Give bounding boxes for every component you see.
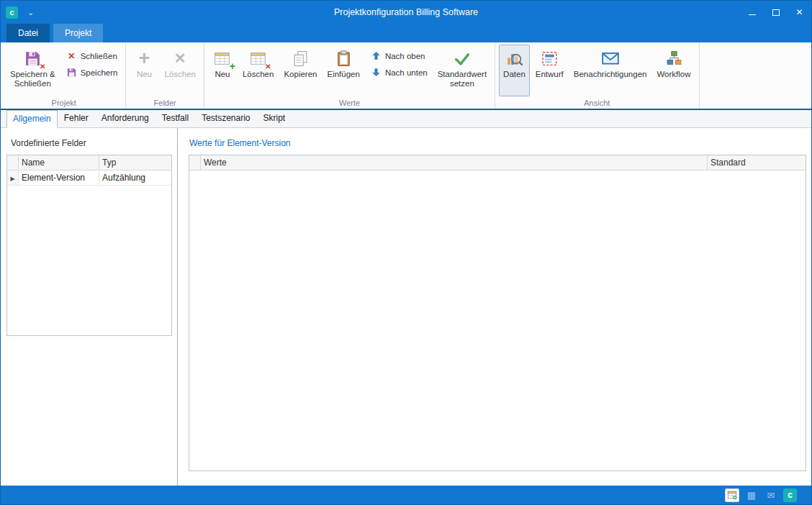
ribbon: ✕ Speichern & Schließen ✕ Schließen Spei… (1, 42, 811, 110)
app-logo-icon[interactable]: c (6, 6, 18, 19)
statusbar: ▦ ✉ c (1, 486, 811, 504)
x-disabled-icon: ✕ (170, 48, 190, 68)
notifications-label: Benachrichtigungen (574, 70, 647, 79)
new-value-label: Neu (215, 70, 230, 79)
save-and-close-label: Speichern & Schließen (10, 70, 55, 88)
group-label-ansicht: Ansicht (495, 99, 698, 107)
values-grid: Werte Standard (189, 155, 806, 471)
ribbon-group-werte: + Neu ✕ Löschen Kopieren (204, 42, 495, 109)
move-down-button[interactable]: Nach unten (365, 64, 433, 81)
tab-allgemein[interactable]: Allgemein (6, 110, 58, 128)
delete-value-button[interactable]: ✕ Löschen (238, 45, 278, 96)
data-view-icon (504, 48, 524, 68)
label-line-2: setzen (438, 79, 487, 88)
app-window: c ⌄ Projektkonfiguration Billing Softwar… (0, 0, 812, 505)
ribbon-group-felder: + Neu ✕ Löschen Felder (126, 42, 204, 109)
maximize-icon (772, 9, 780, 16)
document-tab-bar: Allgemein Fehler Anforderung Testfall Te… (1, 110, 811, 128)
label-line: Einfügen (327, 70, 359, 79)
close-badge-icon: ✕ (40, 63, 45, 70)
move-up-button[interactable]: Nach oben (365, 47, 430, 64)
minimize-button[interactable] (740, 1, 764, 24)
label-line: Workflow (657, 70, 690, 79)
column-header-werte[interactable]: Werte (201, 155, 708, 170)
ribbon-group-projekt: ✕ Speichern & Schließen ✕ Schließen Spei… (2, 42, 126, 109)
label-line: Neu (215, 70, 230, 79)
set-default-button[interactable]: Standardwert setzen (433, 45, 491, 96)
tab-testfall[interactable]: Testfall (155, 109, 195, 127)
fields-grid: Name Typ ▶ Element-Version Aufzählung (6, 155, 172, 336)
save-and-close-button[interactable]: ✕ Speichern & Schließen (6, 45, 60, 96)
tab-projekt[interactable]: Projekt (53, 24, 103, 42)
tab-testszenario[interactable]: Testszenario (195, 109, 256, 127)
close-red-icon: ✕ (66, 52, 78, 60)
table-row[interactable]: ▶ Element-Version Aufzählung (7, 170, 171, 186)
workflow-icon (664, 48, 684, 68)
titlebar-left: c ⌄ (1, 6, 34, 19)
new-field-label: Neu (137, 70, 152, 79)
delete-field-label: Löschen (164, 70, 195, 79)
arrow-up-icon (370, 51, 382, 60)
copy-button[interactable]: Kopieren (279, 45, 321, 96)
grid-view-status-icon[interactable]: ▦ (744, 488, 759, 502)
table-delete-icon: ✕ (248, 48, 269, 68)
paste-button[interactable]: Einfügen (322, 45, 364, 96)
checkmark-icon (452, 48, 472, 68)
notifications-button[interactable]: Benachrichtigungen (569, 45, 651, 96)
selector-header-cell (7, 155, 19, 170)
design-view-label: Entwurf (536, 70, 564, 79)
save-close-icon: ✕ (22, 48, 42, 68)
red-x-glyph: ✕ (68, 52, 75, 60)
fields-grid-header: Name Typ (7, 155, 171, 170)
save-button[interactable]: Speichern (60, 64, 123, 81)
close-button[interactable]: ✕ (788, 1, 811, 24)
predefined-fields-panel: Vordefinierte Felder Name Typ ▶ Element-… (1, 128, 178, 486)
save-label: Speichern (81, 68, 118, 77)
arrow-down-icon (370, 68, 382, 77)
projekt-small-buttons: ✕ Schließen Speichern (60, 47, 123, 81)
label-line: Löschen (243, 70, 274, 79)
design-view-button[interactable]: Entwurf (531, 45, 568, 96)
mail-status-icon[interactable]: ✉ (764, 488, 778, 502)
right-panel-title: Werte für Element-Version (189, 138, 806, 148)
new-value-button[interactable]: + Neu (208, 45, 237, 96)
close-project-button[interactable]: ✕ Schließen (60, 47, 122, 64)
group-label-felder: Felder (126, 99, 203, 107)
tab-fehler[interactable]: Fehler (58, 109, 95, 127)
label-line: Kopieren (284, 70, 317, 79)
new-field-button: + Neu (130, 45, 158, 96)
label-line: Benachrichtigungen (574, 70, 647, 79)
values-panel: Werte für Element-Version Werte Standard (178, 128, 811, 486)
ribbon-tab-bar: Datei Projekt (1, 24, 811, 42)
label-line: Neu (137, 70, 152, 79)
column-header-name[interactable]: Name (19, 155, 99, 170)
label-line-1: Standardwert (438, 70, 487, 79)
move-up-label: Nach oben (385, 52, 425, 60)
workflow-button[interactable]: Workflow (652, 45, 695, 96)
titlebar: c ⌄ Projektkonfiguration Billing Softwar… (1, 1, 811, 24)
selector-header-cell (189, 155, 201, 170)
cell-name[interactable]: Element-Version (19, 170, 99, 186)
move-down-label: Nach unten (385, 68, 428, 77)
paste-label: Einfügen (327, 70, 359, 79)
cell-typ[interactable]: Aufzählung (99, 170, 171, 186)
add-badge-icon: + (230, 63, 235, 70)
maximize-button[interactable] (764, 1, 788, 24)
statusbar-logo-icon: c (783, 488, 797, 502)
tab-datei[interactable]: Datei (6, 24, 50, 42)
tab-skript[interactable]: Skript (257, 109, 292, 127)
plus-disabled-icon: + (134, 48, 154, 68)
column-header-standard[interactable]: Standard (708, 155, 806, 170)
column-header-typ[interactable]: Typ (99, 155, 171, 170)
fields-view-status-icon[interactable] (725, 488, 739, 502)
quick-access-chevron-icon[interactable]: ⌄ (27, 9, 34, 16)
window-title: Projektkonfiguration Billing Software (1, 1, 811, 24)
werte-small-buttons: Nach oben Nach unten (365, 47, 433, 81)
copy-icon (290, 48, 310, 68)
tab-anforderung[interactable]: Anforderung (95, 109, 155, 127)
label-line: Entwurf (536, 70, 564, 79)
data-view-button[interactable]: Daten (499, 45, 530, 96)
data-view-label: Daten (503, 70, 525, 79)
group-label-projekt: Projekt (2, 99, 125, 107)
content-area: Vordefinierte Felder Name Typ ▶ Element-… (1, 128, 811, 486)
